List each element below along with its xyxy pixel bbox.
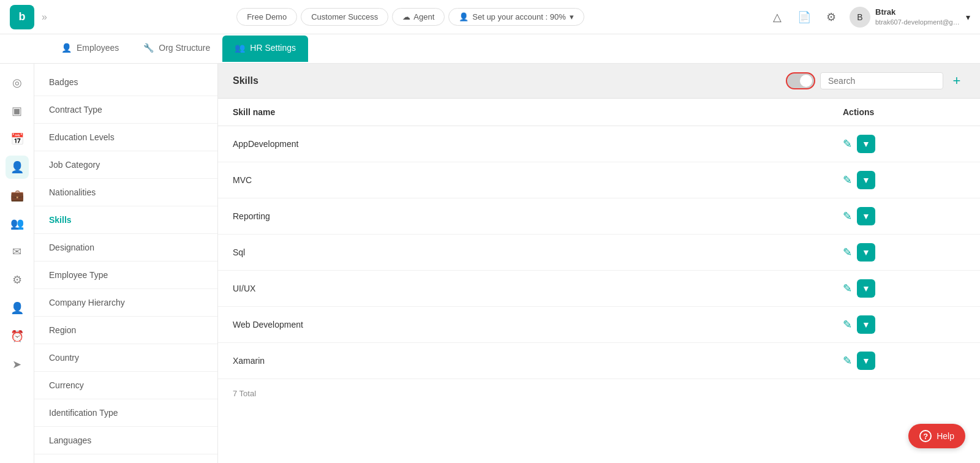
app-logo[interactable]: b <box>10 5 34 29</box>
row-actions: ✎ ▼ <box>843 135 965 153</box>
row-actions: ✎ ▼ <box>843 243 965 262</box>
download-button[interactable]: ▼ <box>857 207 875 225</box>
customer-success-button[interactable]: Customer Success <box>301 8 388 26</box>
user-email: btrak607-development@gm... <box>875 18 961 26</box>
help-icon: ? <box>919 430 932 442</box>
download-button[interactable]: ▼ <box>857 315 875 334</box>
free-demo-button[interactable]: Free Demo <box>236 8 297 26</box>
sidebar-icon-time[interactable]: ⏰ <box>6 325 29 348</box>
download-button[interactable]: ▼ <box>857 352 875 370</box>
edit-icon[interactable]: ✎ <box>843 354 852 367</box>
sidebar-icon-mail[interactable]: ✉ <box>6 240 29 263</box>
sidebar-icon-person[interactable]: 👤 <box>6 156 29 179</box>
tab-org-structure[interactable]: 🔧 Org Structure <box>131 36 222 62</box>
user-menu[interactable]: B Btrak btrak607-development@gm... ▾ <box>850 7 970 28</box>
left-menu: Badges Contract Type Education Levels Jo… <box>34 64 218 463</box>
search-input[interactable] <box>828 76 935 86</box>
row-actions: ✎ ▼ <box>843 279 965 298</box>
table-row: AppDevelopment ✎ ▼ <box>218 126 980 162</box>
edit-icon[interactable]: ✎ <box>843 282 852 295</box>
column-header-skill-name: Skill name <box>233 107 843 117</box>
tab-employees[interactable]: 👤 Employees <box>49 36 131 62</box>
menu-item-company-hierarchy[interactable]: Company Hierarchy <box>34 289 217 317</box>
top-nav-icons-area: △ 📄 ⚙ B Btrak btrak607-development@gm...… <box>769 7 970 28</box>
edit-icon[interactable]: ✎ <box>843 318 852 331</box>
user-name: Btrak <box>875 7 961 18</box>
table-row: Reporting ✎ ▼ <box>218 198 980 235</box>
menu-item-education-levels[interactable]: Education Levels <box>34 124 217 151</box>
download-button[interactable]: ▼ <box>857 243 875 262</box>
skill-name: MVC <box>233 175 843 185</box>
gear-icon[interactable]: ⚙ <box>823 9 840 26</box>
row-actions: ✎ ▼ <box>843 207 965 225</box>
menu-item-employee-type[interactable]: Employee Type <box>34 262 217 289</box>
sidebar-icon-nav: ◎ ▣ 📅 👤 💼 👥 ✉ ⚙ 👤 ⏰ ➤ <box>0 64 34 463</box>
top-navigation: b » Free Demo Customer Success ☁ Agent 👤… <box>0 0 980 34</box>
menu-item-badges[interactable]: Badges <box>34 69 217 96</box>
download-button[interactable]: ▼ <box>857 171 875 189</box>
top-nav-buttons: Free Demo Customer Success ☁ Agent 👤 Set… <box>59 8 761 26</box>
table-row: Web Development ✎ ▼ <box>218 307 980 343</box>
total-count: 7 Total <box>233 389 256 398</box>
sidebar-icon-user[interactable]: 👤 <box>6 296 29 320</box>
edit-icon[interactable]: ✎ <box>843 173 852 187</box>
menu-item-region[interactable]: Region <box>34 317 217 344</box>
main-layout: ◎ ▣ 📅 👤 💼 👥 ✉ ⚙ 👤 ⏰ ➤ Badges Contract Ty… <box>0 64 980 463</box>
sidebar-icon-calendar[interactable]: 📅 <box>6 127 29 151</box>
logo-chevron-icon: » <box>42 12 47 23</box>
skill-name: Web Development <box>233 320 843 329</box>
setup-user-icon: 👤 <box>459 12 469 21</box>
skill-name: Sql <box>233 247 843 257</box>
skill-name: Xamarin <box>233 356 843 366</box>
sidebar-icon-grid[interactable]: ▣ <box>6 99 29 122</box>
add-button[interactable]: + <box>948 72 965 89</box>
alert-icon[interactable]: △ <box>769 9 786 26</box>
menu-item-job-category[interactable]: Job Category <box>34 151 217 179</box>
menu-item-contract-type[interactable]: Contract Type <box>34 96 217 124</box>
download-button[interactable]: ▼ <box>857 135 875 153</box>
column-header-actions: Actions <box>843 107 965 117</box>
header-right-controls: + <box>786 72 965 89</box>
help-button[interactable]: ? Help <box>908 424 965 448</box>
table-row: UI/UX ✎ ▼ <box>218 271 980 307</box>
menu-item-nationalities[interactable]: Nationalities <box>34 179 217 206</box>
sidebar-icon-settings[interactable]: ⚙ <box>6 268 29 292</box>
menu-item-languages[interactable]: Languages <box>34 427 217 454</box>
skills-table: Skill name Actions AppDevelopment ✎ ▼ MV… <box>218 99 980 463</box>
row-actions: ✎ ▼ <box>843 171 965 189</box>
edit-icon[interactable]: ✎ <box>843 246 852 259</box>
skill-name: Reporting <box>233 211 843 221</box>
table-header-row: Skill name Actions <box>218 99 980 126</box>
sidebar-icon-clock[interactable]: ◎ <box>6 71 29 94</box>
table-footer: 7 Total <box>218 379 980 408</box>
edit-icon[interactable]: ✎ <box>843 137 852 151</box>
agent-button[interactable]: ☁ Agent <box>392 8 445 26</box>
menu-item-identification-type[interactable]: Identification Type <box>34 399 217 427</box>
search-box <box>820 72 943 89</box>
content-header: Skills + <box>218 64 980 99</box>
download-button[interactable]: ▼ <box>857 279 875 298</box>
tab-hr-settings[interactable]: 👥 HR Settings <box>222 36 308 62</box>
menu-item-pay-frequency[interactable]: Pay Frequency <box>34 454 217 463</box>
org-structure-tab-icon: 🔧 <box>143 43 154 53</box>
hr-settings-tab-icon: 👥 <box>235 43 245 53</box>
menu-item-skills[interactable]: Skills <box>34 206 217 234</box>
row-actions: ✎ ▼ <box>843 352 965 370</box>
content-area: Skills + Skill name Actions AppDevelopme… <box>218 64 980 463</box>
setup-chevron-icon: ▾ <box>570 12 574 21</box>
edit-icon[interactable]: ✎ <box>843 209 852 223</box>
menu-item-country[interactable]: Country <box>34 344 217 372</box>
menu-item-currency[interactable]: Currency <box>34 372 217 399</box>
second-navigation: 👤 Employees 🔧 Org Structure 👥 HR Setting… <box>0 34 980 64</box>
toggle-knob <box>800 75 812 87</box>
skill-name: AppDevelopment <box>233 139 843 149</box>
table-row: MVC ✎ ▼ <box>218 162 980 198</box>
sidebar-icon-briefcase[interactable]: 💼 <box>6 184 29 207</box>
toggle-switch[interactable] <box>786 72 815 89</box>
setup-account-button[interactable]: 👤 Set up your account : 90% ▾ <box>448 8 584 26</box>
sidebar-icon-arrow[interactable]: ➤ <box>6 353 29 376</box>
sidebar-icon-group[interactable]: 👥 <box>6 212 29 235</box>
menu-item-designation[interactable]: Designation <box>34 234 217 262</box>
document-icon[interactable]: 📄 <box>796 9 813 26</box>
avatar: B <box>850 7 870 28</box>
